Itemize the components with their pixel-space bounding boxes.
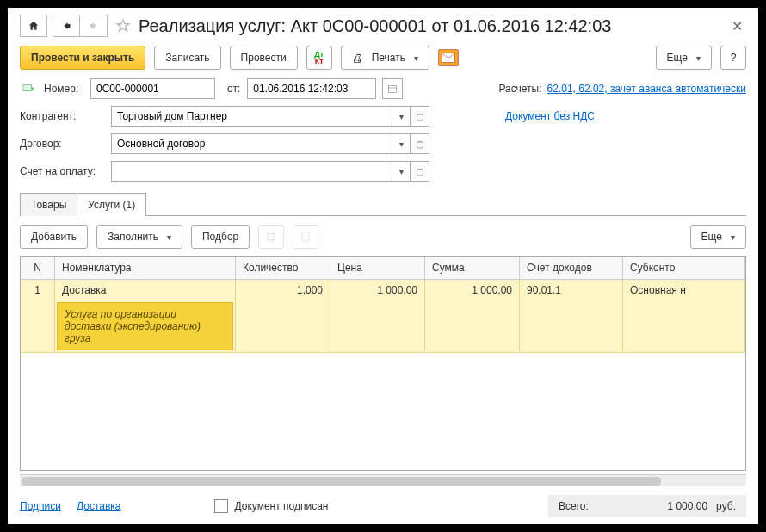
tab-services[interactable]: Услуги (1)	[77, 193, 146, 216]
sub-more-button[interactable]: Еще	[690, 225, 746, 249]
contract-input[interactable]	[111, 133, 392, 154]
window-title: Реализация услуг: Акт 0С00-000001 от 01.…	[139, 16, 723, 36]
printer-icon	[352, 52, 367, 65]
back-button[interactable]	[53, 15, 80, 37]
cell-subconto: Основная н	[623, 280, 745, 352]
print-label: Печать	[372, 52, 405, 64]
cell-n: 1	[21, 280, 55, 352]
calendar-icon	[387, 84, 398, 94]
delivery-link[interactable]: Доставка	[77, 500, 121, 512]
signatures-link[interactable]: Подписи	[20, 500, 61, 512]
counterparty-label: Контрагент:	[20, 110, 104, 122]
invoice-dropdown[interactable]: ▾	[392, 161, 411, 182]
nomenclature-description: Услуга по организации доставки (экспедир…	[57, 302, 233, 350]
svg-rect-6	[302, 232, 309, 242]
contract-label: Договор:	[20, 138, 104, 150]
table-row[interactable]: 1 Доставка Услуга по организации доставк…	[21, 280, 745, 353]
copy-button[interactable]	[258, 225, 284, 249]
cell-account: 90.01.1	[520, 280, 623, 352]
nomenclature-name: Доставка	[55, 280, 235, 300]
number-label: Номер:	[44, 83, 83, 95]
print-button[interactable]: Печать	[341, 46, 429, 70]
svg-rect-5	[269, 234, 275, 242]
favorite-button[interactable]	[113, 15, 133, 36]
col-account[interactable]: Счет доходов	[520, 257, 623, 279]
col-nomenclature[interactable]: Номенклатура	[55, 257, 236, 279]
contract-dropdown[interactable]: ▾	[392, 133, 411, 154]
calendar-button[interactable]	[382, 78, 403, 99]
envelope-icon	[442, 53, 455, 63]
date-label: от:	[227, 83, 240, 95]
paste-icon	[300, 231, 312, 243]
dtkt-button[interactable]: ДтКт	[306, 46, 332, 70]
cell-price: 1 000,00	[330, 280, 425, 352]
select-button[interactable]: Подбор	[191, 225, 250, 249]
col-subconto[interactable]: Субконто	[623, 257, 745, 279]
settlements-label: Расчеты:	[498, 83, 541, 95]
posted-icon	[20, 80, 37, 97]
settlements-link[interactable]: 62.01, 62.02, зачет аванса автоматически	[547, 83, 746, 95]
sub-toolbar: Добавить Заполнить Подбор Еще	[20, 225, 746, 249]
col-n[interactable]: N	[21, 257, 55, 279]
svg-rect-4	[268, 232, 274, 240]
home-button[interactable]	[20, 15, 47, 37]
home-icon	[28, 20, 40, 32]
row-number-date: Номер: от: Расчеты: 62.01, 62.02, зачет …	[20, 78, 746, 99]
total-value: 1 000,00	[667, 500, 707, 512]
forward-button[interactable]	[80, 15, 108, 37]
horizontal-scrollbar[interactable]	[20, 474, 746, 486]
signed-checkbox[interactable]	[214, 499, 228, 513]
paste-button[interactable]	[293, 225, 318, 249]
post-button[interactable]: Провести	[230, 46, 298, 70]
svg-rect-1	[23, 84, 31, 90]
titlebar: Реализация услуг: Акт 0С00-000001 от 01.…	[20, 15, 746, 37]
arrow-right-icon	[89, 21, 99, 31]
main-toolbar: Провести и закрыть Записать Провести ДтК…	[20, 46, 746, 70]
dtkt-icon: ДтКт	[314, 51, 324, 65]
add-button[interactable]: Добавить	[20, 225, 88, 249]
scrollbar-thumb[interactable]	[22, 477, 661, 486]
date-input[interactable]	[247, 78, 376, 99]
star-icon	[115, 18, 131, 34]
invoice-open[interactable]: ▢	[411, 161, 429, 182]
contract-open[interactable]: ▢	[411, 133, 429, 154]
counterparty-dropdown[interactable]: ▾	[392, 106, 411, 127]
vat-link[interactable]: Документ без НДС	[505, 110, 595, 122]
number-input[interactable]	[90, 78, 215, 99]
invoice-input[interactable]	[111, 161, 392, 182]
services-grid: N Номенклатура Количество Цена Сумма Сче…	[20, 256, 746, 471]
copy-icon	[265, 231, 277, 243]
email-button[interactable]	[438, 49, 459, 66]
document-window: Реализация услуг: Акт 0С00-000001 от 01.…	[8, 8, 758, 524]
row-invoice: Счет на оплату: ▾ ▢	[20, 161, 746, 182]
svg-rect-2	[389, 86, 397, 93]
total-currency: руб.	[716, 500, 736, 512]
row-counterparty: Контрагент: ▾ ▢ Документ без НДС	[20, 106, 746, 127]
counterparty-open[interactable]: ▢	[411, 106, 429, 127]
col-quantity[interactable]: Количество	[236, 257, 330, 279]
tab-goods[interactable]: Товары	[20, 193, 77, 216]
total-panel: Всего: 1 000,00 руб.	[548, 495, 746, 517]
post-and-close-button[interactable]: Провести и закрыть	[20, 46, 145, 70]
fill-button[interactable]: Заполнить	[96, 225, 182, 249]
cell-nomenclature: Доставка Услуга по организации доставки …	[55, 280, 236, 352]
close-button[interactable]: ✕	[728, 18, 746, 34]
cell-sum: 1 000,00	[425, 280, 520, 352]
signed-label: Документ подписан	[235, 500, 329, 512]
invoice-label: Счет на оплату:	[20, 165, 104, 177]
col-price[interactable]: Цена	[330, 257, 425, 279]
grid-body[interactable]: 1 Доставка Услуга по организации доставк…	[21, 280, 745, 470]
tab-panel-services: Добавить Заполнить Подбор Еще N Номенкла…	[20, 215, 746, 486]
help-button[interactable]: ?	[720, 46, 746, 70]
cell-qty: 1,000	[236, 280, 330, 352]
tab-bar: Товары Услуги (1)	[20, 192, 746, 215]
total-label: Всего:	[559, 500, 589, 512]
save-button[interactable]: Записать	[154, 46, 220, 70]
arrow-left-icon	[61, 21, 71, 31]
footer: Подписи Доставка Документ подписан Всего…	[20, 486, 746, 517]
more-button[interactable]: Еще	[656, 46, 712, 70]
counterparty-input[interactable]	[111, 106, 392, 127]
row-contract: Договор: ▾ ▢	[20, 133, 746, 154]
col-sum[interactable]: Сумма	[425, 257, 520, 279]
nav-group	[53, 15, 108, 37]
